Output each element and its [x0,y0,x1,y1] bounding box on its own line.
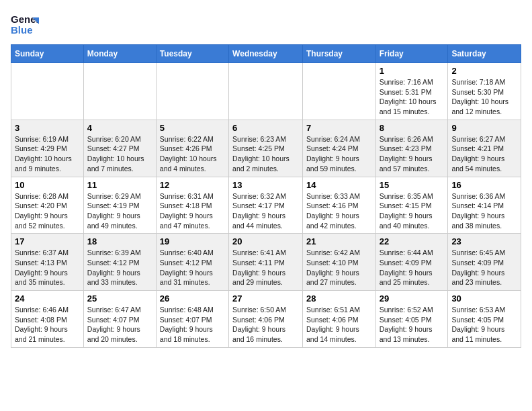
calendar-cell: 22 Sunrise: 6:44 AM Sunset: 4:09 PM Dayl… [375,234,448,291]
sunrise-time: Sunrise: 6:53 AM [451,306,505,314]
sunset-time: Sunset: 4:05 PM [380,316,432,324]
sunset-time: Sunset: 4:10 PM [306,259,359,267]
weekday-header: Monday [83,45,156,63]
calendar-week-row: 1 Sunrise: 7:16 AM Sunset: 5:31 PM Dayli… [11,63,521,120]
calendar-week-row: 10 Sunrise: 6:28 AM Sunset: 4:20 PM Dayl… [11,177,521,234]
sunrise-time: Sunrise: 7:18 AM [451,78,505,86]
day-info: Sunrise: 6:45 AM Sunset: 4:09 PM Dayligh… [451,248,517,287]
calendar-week-row: 24 Sunrise: 6:46 AM Sunset: 4:08 PM Dayl… [11,291,521,348]
sunset-time: Sunset: 4:09 PM [380,259,432,267]
daylight-hours: Daylight: 9 hours and 31 minutes. [160,269,213,287]
weekday-header: Sunday [11,45,84,63]
day-number: 4 [87,123,152,133]
day-number: 28 [306,293,372,304]
calendar-cell: 11 Sunrise: 6:29 AM Sunset: 4:19 PM Dayl… [83,177,156,234]
daylight-hours: Daylight: 9 hours and 13 minutes. [380,325,433,343]
logo-icon: General Blue [11,11,39,39]
daylight-hours: Daylight: 9 hours and 44 minutes. [232,212,285,230]
sunrise-time: Sunrise: 6:45 AM [451,248,505,257]
day-info: Sunrise: 6:48 AM Sunset: 4:07 PM Dayligh… [160,305,225,345]
day-number: 5 [160,123,225,133]
sunrise-time: Sunrise: 6:28 AM [15,192,69,200]
day-info: Sunrise: 6:39 AM Sunset: 4:12 PM Dayligh… [87,248,152,287]
daylight-hours: Daylight: 10 hours and 2 minutes. [232,154,290,173]
daylight-hours: Daylight: 9 hours and 25 minutes. [380,269,433,287]
calendar-cell: 21 Sunrise: 6:42 AM Sunset: 4:10 PM Dayl… [302,234,375,291]
day-number: 11 [87,180,152,190]
calendar-cell: 5 Sunrise: 6:22 AM Sunset: 4:26 PM Dayli… [156,120,228,177]
sunset-time: Sunset: 4:11 PM [232,259,285,267]
calendar-cell [83,63,156,120]
sunrise-time: Sunrise: 7:16 AM [380,78,433,86]
sunset-time: Sunset: 4:17 PM [232,201,285,210]
calendar-cell: 26 Sunrise: 6:48 AM Sunset: 4:07 PM Dayl… [156,291,228,348]
sunrise-time: Sunrise: 6:42 AM [306,248,360,257]
calendar-cell: 18 Sunrise: 6:39 AM Sunset: 4:12 PM Dayl… [83,234,156,291]
sunset-time: Sunset: 4:27 PM [87,144,140,152]
day-number: 21 [306,236,372,246]
day-number: 20 [232,236,299,246]
calendar-cell: 28 Sunrise: 6:51 AM Sunset: 4:06 PM Dayl… [302,291,375,348]
day-info: Sunrise: 6:42 AM Sunset: 4:10 PM Dayligh… [306,248,372,287]
calendar-cell: 29 Sunrise: 6:52 AM Sunset: 4:05 PM Dayl… [375,291,448,348]
calendar-cell: 8 Sunrise: 6:26 AM Sunset: 4:23 PM Dayli… [375,120,448,177]
calendar-cell: 12 Sunrise: 6:31 AM Sunset: 4:18 PM Dayl… [156,177,228,234]
calendar-cell: 17 Sunrise: 6:37 AM Sunset: 4:13 PM Dayl… [11,234,84,291]
sunset-time: Sunset: 4:13 PM [15,259,67,267]
sunset-time: Sunset: 4:25 PM [232,144,285,152]
day-number: 27 [232,293,299,304]
sunrise-time: Sunrise: 6:20 AM [87,135,141,143]
calendar-cell [156,63,228,120]
calendar-cell [229,63,303,120]
calendar-table: SundayMondayTuesdayWednesdayThursdayFrid… [11,44,521,348]
sunrise-time: Sunrise: 6:37 AM [15,248,69,257]
sunrise-time: Sunrise: 6:32 AM [232,192,286,200]
calendar-cell: 15 Sunrise: 6:35 AM Sunset: 4:15 PM Dayl… [375,177,448,234]
daylight-hours: Daylight: 9 hours and 11 minutes. [451,325,504,343]
daylight-hours: Daylight: 9 hours and 16 minutes. [232,325,285,343]
day-number: 30 [451,293,517,304]
day-info: Sunrise: 6:40 AM Sunset: 4:12 PM Dayligh… [160,248,225,287]
calendar-cell: 25 Sunrise: 6:47 AM Sunset: 4:07 PM Dayl… [83,291,156,348]
daylight-hours: Daylight: 9 hours and 59 minutes. [306,154,359,173]
calendar-cell: 2 Sunrise: 7:18 AM Sunset: 5:30 PM Dayli… [448,63,521,120]
day-info: Sunrise: 6:27 AM Sunset: 4:21 PM Dayligh… [451,134,517,174]
daylight-hours: Daylight: 10 hours and 12 minutes. [451,97,508,116]
day-info: Sunrise: 6:33 AM Sunset: 4:16 PM Dayligh… [306,191,372,231]
sunset-time: Sunset: 4:16 PM [306,201,359,210]
daylight-hours: Daylight: 9 hours and 38 minutes. [451,212,504,230]
sunrise-time: Sunrise: 6:35 AM [380,192,433,200]
calendar-week-row: 3 Sunrise: 6:19 AM Sunset: 4:29 PM Dayli… [11,120,521,177]
day-info: Sunrise: 6:29 AM Sunset: 4:19 PM Dayligh… [87,191,152,231]
daylight-hours: Daylight: 9 hours and 54 minutes. [451,154,504,173]
day-info: Sunrise: 6:52 AM Sunset: 4:05 PM Dayligh… [380,305,445,345]
day-number: 1 [380,66,445,76]
day-number: 9 [451,123,517,133]
day-info: Sunrise: 6:19 AM Sunset: 4:29 PM Dayligh… [15,134,80,174]
sunset-time: Sunset: 4:07 PM [160,316,212,324]
sunrise-time: Sunrise: 6:51 AM [306,306,360,314]
sunset-time: Sunset: 4:06 PM [306,316,359,324]
sunset-time: Sunset: 4:12 PM [160,259,212,267]
daylight-hours: Daylight: 9 hours and 23 minutes. [451,269,504,287]
daylight-hours: Daylight: 9 hours and 20 minutes. [87,325,140,343]
sunrise-time: Sunrise: 6:52 AM [380,306,433,314]
day-info: Sunrise: 6:31 AM Sunset: 4:18 PM Dayligh… [160,191,225,231]
weekday-header: Friday [375,45,448,63]
day-number: 10 [15,180,80,190]
daylight-hours: Daylight: 9 hours and 42 minutes. [306,212,359,230]
sunrise-time: Sunrise: 6:33 AM [306,192,360,200]
day-info: Sunrise: 6:46 AM Sunset: 4:08 PM Dayligh… [15,305,80,345]
sunrise-time: Sunrise: 6:47 AM [87,306,141,314]
calendar-cell: 4 Sunrise: 6:20 AM Sunset: 4:27 PM Dayli… [83,120,156,177]
day-info: Sunrise: 6:26 AM Sunset: 4:23 PM Dayligh… [380,134,445,174]
day-info: Sunrise: 7:16 AM Sunset: 5:31 PM Dayligh… [380,77,445,117]
calendar-cell: 7 Sunrise: 6:24 AM Sunset: 4:24 PM Dayli… [302,120,375,177]
sunrise-time: Sunrise: 6:39 AM [87,248,141,257]
daylight-hours: Daylight: 9 hours and 47 minutes. [160,212,213,230]
day-info: Sunrise: 6:23 AM Sunset: 4:25 PM Dayligh… [232,134,299,174]
calendar-cell: 19 Sunrise: 6:40 AM Sunset: 4:12 PM Dayl… [156,234,228,291]
daylight-hours: Daylight: 9 hours and 21 minutes. [15,325,68,343]
sunrise-time: Sunrise: 6:44 AM [380,248,433,257]
daylight-hours: Daylight: 9 hours and 52 minutes. [15,212,68,230]
